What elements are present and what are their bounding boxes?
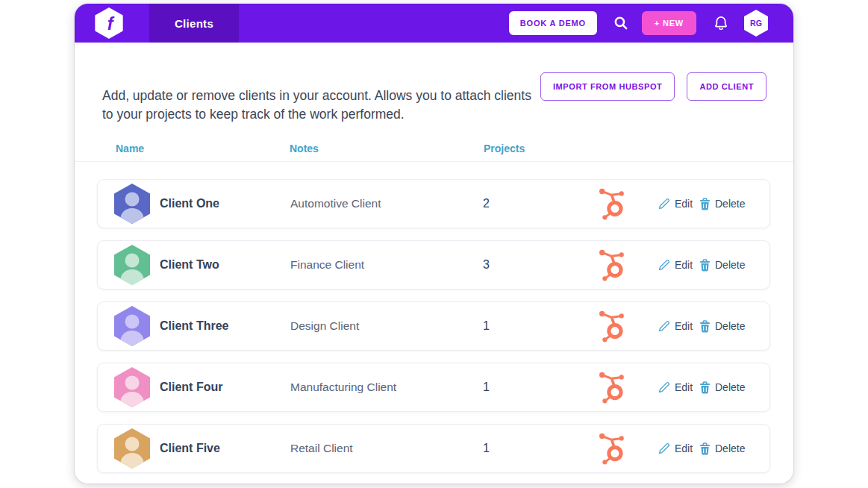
delete-button[interactable]: Delete xyxy=(699,302,745,350)
hubspot-icon[interactable] xyxy=(595,302,631,350)
delete-label: Delete xyxy=(715,259,745,271)
client-name: Client Five xyxy=(160,425,290,472)
trash-icon xyxy=(699,198,711,210)
client-table: Client One Automotive Client 2 xyxy=(97,179,770,484)
notifications-bell-icon[interactable] xyxy=(713,15,729,32)
delete-button[interactable]: Delete xyxy=(699,363,745,411)
column-header-name[interactable]: Name xyxy=(116,143,144,154)
delete-label: Delete xyxy=(715,320,745,332)
edit-button[interactable]: Edit xyxy=(658,425,693,472)
client-projects-count: 2 xyxy=(483,180,550,228)
delete-button[interactable]: Delete xyxy=(699,180,745,228)
delete-label: Delete xyxy=(715,381,745,393)
client-notes: Retail Client xyxy=(290,425,483,472)
client-projects-count: 1 xyxy=(483,363,550,411)
trash-icon xyxy=(699,259,711,272)
client-notes: Design Client xyxy=(290,302,483,350)
edit-label: Edit xyxy=(675,198,693,210)
column-header-notes[interactable]: Notes xyxy=(290,143,319,154)
column-header-projects[interactable]: Projects xyxy=(484,143,525,154)
hubspot-icon[interactable] xyxy=(595,241,631,289)
edit-button[interactable]: Edit xyxy=(658,241,693,289)
edit-label: Edit xyxy=(675,442,693,454)
client-avatar-hexagon-icon xyxy=(114,428,150,469)
brand-logo-icon[interactable]: f xyxy=(94,8,124,38)
trash-icon xyxy=(699,381,711,394)
edit-label: Edit xyxy=(675,381,693,393)
add-client-button[interactable]: ADD CLIENT xyxy=(687,72,766,101)
page-actions: IMPORT FROM HUBSPOT ADD CLIENT xyxy=(540,72,766,101)
book-a-demo-button[interactable]: BOOK A DEMO xyxy=(509,11,597,35)
user-avatar[interactable]: RG xyxy=(744,10,768,37)
edit-label: Edit xyxy=(675,259,693,271)
delete-button[interactable]: Delete xyxy=(699,425,745,472)
trash-icon xyxy=(699,320,711,333)
client-projects-count: 1 xyxy=(483,425,550,472)
client-projects-count: 1 xyxy=(483,302,550,350)
user-initials: RG xyxy=(750,19,762,28)
client-notes: Finance Client xyxy=(290,241,483,289)
table-row[interactable]: Client Four Manufacturing Client 1 xyxy=(97,363,770,412)
edit-button[interactable]: Edit xyxy=(658,180,693,228)
table-column-headers: Name Notes Projects xyxy=(75,143,793,157)
pencil-icon xyxy=(658,259,670,272)
table-row[interactable]: Client Five Retail Client 1 xyxy=(97,424,770,473)
hubspot-icon[interactable] xyxy=(595,363,631,411)
new-button[interactable]: + NEW xyxy=(642,11,696,35)
trash-icon xyxy=(699,442,711,455)
topbar-actions: BOOK A DEMO + NEW RG xyxy=(509,4,768,43)
tab-clients[interactable]: Clients xyxy=(149,4,239,43)
client-avatar-hexagon-icon xyxy=(114,306,150,346)
header-divider xyxy=(75,161,793,162)
hubspot-icon[interactable] xyxy=(595,425,631,472)
client-name: Client Three xyxy=(160,302,290,350)
pencil-icon xyxy=(658,198,670,210)
pencil-icon xyxy=(658,381,670,394)
client-avatar-hexagon-icon xyxy=(114,184,150,224)
import-from-hubspot-button[interactable]: IMPORT FROM HUBSPOT xyxy=(540,72,675,101)
table-row[interactable]: Client Three Design Client 1 xyxy=(97,301,770,351)
client-notes: Manufacturing Client xyxy=(290,363,483,411)
app-window: f Clients BOOK A DEMO + NEW xyxy=(75,4,793,484)
delete-button[interactable]: Delete xyxy=(699,241,745,289)
page-description: Add, update or remove clients in your ac… xyxy=(102,87,531,124)
client-name: Client Two xyxy=(160,241,290,289)
edit-button[interactable]: Edit xyxy=(658,302,693,350)
client-avatar-hexagon-icon xyxy=(114,245,150,285)
delete-label: Delete xyxy=(715,198,745,210)
delete-label: Delete xyxy=(715,442,745,454)
top-navigation-bar: f Clients BOOK A DEMO + NEW xyxy=(75,4,793,43)
client-projects-count: 3 xyxy=(483,241,550,289)
pencil-icon xyxy=(658,442,670,455)
table-row[interactable]: Client Two Finance Client 3 xyxy=(97,240,770,290)
pencil-icon xyxy=(658,320,670,333)
client-name: Client Four xyxy=(160,363,290,411)
client-avatar-hexagon-icon xyxy=(114,367,150,407)
edit-button[interactable]: Edit xyxy=(658,363,693,411)
client-notes: Automotive Client xyxy=(290,180,483,228)
hubspot-icon[interactable] xyxy=(595,180,631,228)
edit-label: Edit xyxy=(675,320,693,332)
search-icon[interactable] xyxy=(613,16,628,31)
table-row[interactable]: Client One Automotive Client 2 xyxy=(97,179,770,228)
client-name: Client One xyxy=(160,180,290,228)
